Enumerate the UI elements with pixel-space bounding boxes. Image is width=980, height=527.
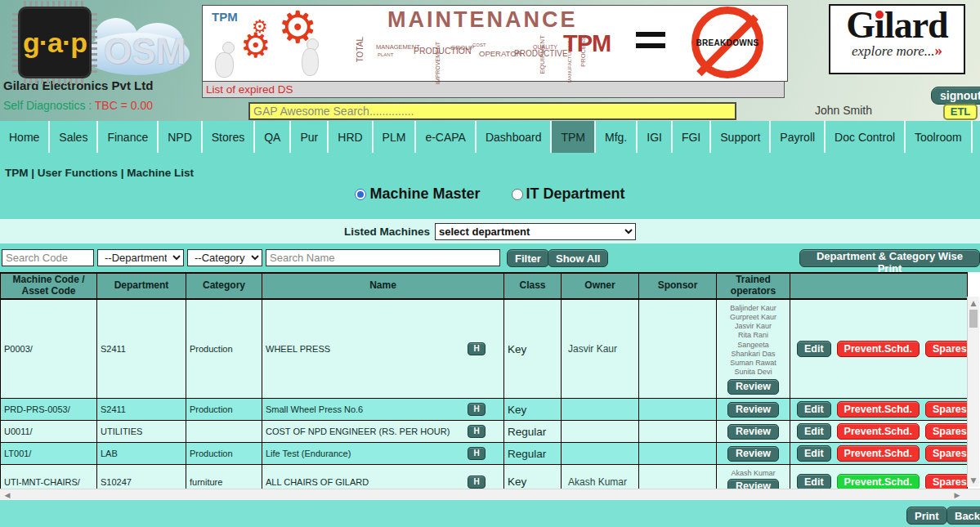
breadcrumb: TPM | User Functions | Machine List xyxy=(5,167,194,179)
horizontal-scrollbar[interactable]: ◀ ▶ xyxy=(0,489,980,501)
review-button[interactable]: Review xyxy=(727,402,779,418)
department-filter-select[interactable]: --Department-- xyxy=(97,249,184,266)
vertical-scrollbar[interactable]: ▲ ▼ xyxy=(967,297,979,487)
tpm-big-label: TPM xyxy=(563,30,611,57)
nav-item-home[interactable]: Home xyxy=(0,121,50,153)
operator-name: Baljinder Kaur xyxy=(718,304,788,313)
cell-code: PRD-PRS-0053/ xyxy=(1,399,97,421)
review-button[interactable]: Review xyxy=(727,446,779,462)
cell-owner xyxy=(562,421,639,443)
listed-machines-row: Listed Machines select department xyxy=(0,219,980,243)
nav-item-tpm[interactable]: TPM xyxy=(552,121,596,153)
prevent-schd-button[interactable]: Prevent.Schd. xyxy=(837,474,920,490)
scroll-up-icon[interactable]: ▲ xyxy=(968,298,979,308)
scroll-right-icon[interactable]: ▶ xyxy=(951,489,963,501)
nav-item-fgi[interactable]: FGI xyxy=(673,121,711,153)
cell-code: P0003/ xyxy=(1,299,97,399)
wordcloud-word: PLANT xyxy=(378,52,393,57)
etl-button[interactable]: ETL xyxy=(943,104,978,120)
cell-code: LT001/ xyxy=(1,443,97,465)
wordcloud-word: EQUIPMENT xyxy=(539,35,546,74)
spares-button[interactable]: Spares xyxy=(925,423,968,440)
nav-item-pcmd[interactable]: PCMD xyxy=(973,121,980,153)
edit-button[interactable]: Edit xyxy=(797,445,831,462)
radio-selected-icon[interactable] xyxy=(355,189,366,200)
scroll-down-icon[interactable]: ▼ xyxy=(968,476,979,485)
search-name-input[interactable] xyxy=(266,249,500,266)
operator-list: Akash Kumar xyxy=(718,469,788,478)
table-row: LT001/ LAB Production Life Test (Enduran… xyxy=(1,443,968,465)
cell-department: S2411 xyxy=(97,299,186,399)
signout-button[interactable]: signout xyxy=(931,87,980,105)
cell-owner: Jasvir Kaur xyxy=(562,299,639,399)
print-button[interactable]: Print xyxy=(906,507,947,525)
chip-pins xyxy=(12,12,18,73)
department-list-select[interactable]: select department xyxy=(435,223,636,240)
nav-item-toolroom[interactable]: Toolroom xyxy=(906,121,973,153)
cell-trained-operators: Baljinder Kaur Gurpreet Kaur Jasvir Kaur… xyxy=(717,299,790,399)
gap-awesome-search-input[interactable] xyxy=(248,102,736,120)
table-row: P0003/ S2411 Production WHEEL PRESS H Ke… xyxy=(1,299,968,399)
spares-button[interactable]: Spares xyxy=(925,445,968,462)
search-code-input[interactable] xyxy=(2,249,94,266)
edit-button[interactable]: Edit xyxy=(797,401,831,418)
nav-item-payroll[interactable]: Payroll xyxy=(771,121,826,153)
radio-unselected-icon[interactable] xyxy=(512,189,523,200)
show-all-button[interactable]: Show All xyxy=(548,249,608,267)
spares-button[interactable]: Spares xyxy=(925,474,968,490)
prevent-schd-button[interactable]: Prevent.Schd. xyxy=(837,445,920,462)
prevent-schd-button[interactable]: Prevent.Schd. xyxy=(837,341,920,357)
nav-item-plm[interactable]: PLM xyxy=(374,121,417,153)
col-machine-code: Machine Code / Asset Code xyxy=(1,273,97,299)
review-button[interactable]: Review xyxy=(727,424,779,440)
filter-button[interactable]: Filter xyxy=(507,249,549,267)
expired-ds-bar[interactable]: List of expired DS xyxy=(202,81,785,98)
nav-item-npd[interactable]: NPD xyxy=(159,121,203,153)
dept-category-print-button[interactable]: Department & Category Wise Print xyxy=(799,249,980,267)
edit-button[interactable]: Edit xyxy=(797,341,831,357)
nav-item-dashboard[interactable]: Dashboard xyxy=(477,121,553,153)
scrollbar-thumb[interactable] xyxy=(969,310,978,328)
history-button[interactable]: H xyxy=(468,425,486,438)
radio-machine-master-label: Machine Master xyxy=(369,185,480,203)
radio-it-department[interactable]: IT Department xyxy=(512,185,625,203)
table-row: U0011/ UTILITIES COST OF NPD ENGINEER (R… xyxy=(1,421,968,443)
diagnostics-label: Self Diagnostics : xyxy=(3,99,92,112)
radio-machine-master[interactable]: Machine Master xyxy=(355,185,480,203)
nav-item-ecapa[interactable]: e-CAPA xyxy=(416,121,477,153)
edit-button[interactable]: Edit xyxy=(797,423,831,440)
review-button[interactable]: Review xyxy=(727,379,779,395)
nav-item-support[interactable]: Support xyxy=(711,121,771,153)
machine-list-page: g·a·p OSM Gilard Electronics Pvt Ltd Sel… xyxy=(0,0,980,527)
category-filter-select[interactable]: --Category-- xyxy=(187,249,262,266)
scroll-left-icon[interactable]: ◀ xyxy=(2,489,13,501)
history-button[interactable]: H xyxy=(468,447,486,460)
edit-button[interactable]: Edit xyxy=(797,474,831,490)
cell-name: WHEEL PRESS H xyxy=(262,299,504,399)
nav-item-finance[interactable]: Finance xyxy=(98,121,159,153)
content-header-band: TPM | User Functions | Machine List Mach… xyxy=(0,153,980,219)
nav-item-doc-control[interactable]: Doc Control xyxy=(826,121,906,153)
prevent-schd-button[interactable]: Prevent.Schd. xyxy=(837,401,920,418)
spares-button[interactable]: Spares xyxy=(925,401,968,418)
maintenance-title: MAINTENANCE xyxy=(387,7,578,33)
nav-item-hrd[interactable]: HRD xyxy=(329,121,373,153)
cell-actions: Edit Prevent.Schd. Spares xyxy=(790,443,968,465)
prevent-schd-button[interactable]: Prevent.Schd. xyxy=(837,423,920,440)
history-button[interactable]: H xyxy=(468,476,486,489)
col-name: Name xyxy=(262,273,504,299)
nav-item-stores[interactable]: Stores xyxy=(203,121,255,153)
gap-chip-logo: g·a·p xyxy=(18,7,92,78)
nav-item-mfg[interactable]: Mfg. xyxy=(596,121,638,153)
back-button[interactable]: Back xyxy=(946,507,980,525)
main-nav: Home Sales Finance NPD Stores QA Pur HRD… xyxy=(0,121,980,153)
nav-item-igi[interactable]: IGI xyxy=(638,121,673,153)
nav-item-sales[interactable]: Sales xyxy=(50,121,98,153)
nav-item-qa[interactable]: QA xyxy=(255,121,291,153)
nav-item-pur[interactable]: Pur xyxy=(291,121,329,153)
breakdowns-label: BREAKDOWNS xyxy=(696,38,759,47)
spares-button[interactable]: Spares xyxy=(925,341,968,357)
machine-name: ALL CHAIRS OF GILARD xyxy=(266,477,369,487)
history-button[interactable]: H xyxy=(468,403,486,416)
history-button[interactable]: H xyxy=(468,342,486,355)
